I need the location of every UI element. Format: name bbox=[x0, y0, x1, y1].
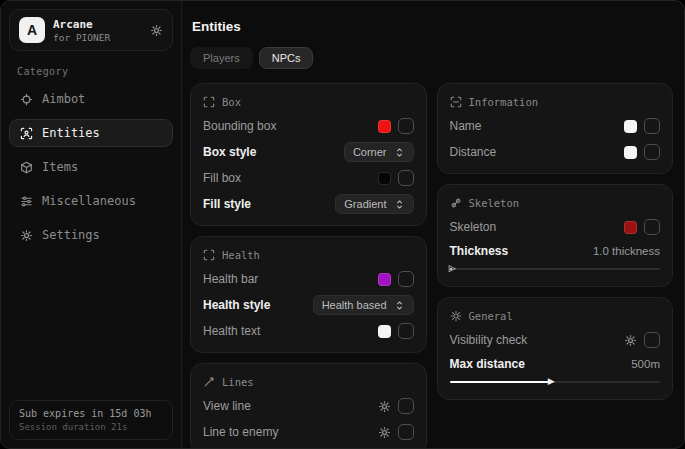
slider-track[interactable] bbox=[450, 268, 661, 270]
color-swatch[interactable] bbox=[624, 120, 637, 133]
gear-icon[interactable] bbox=[624, 334, 637, 347]
card-information: InformationNameDistance bbox=[437, 83, 674, 174]
setting-row: Skeleton bbox=[450, 214, 661, 240]
setting-row: Line to enemy bbox=[203, 419, 414, 445]
sidebar-item-entities[interactable]: Entities bbox=[9, 119, 173, 147]
setting-row: Max distance500m bbox=[450, 353, 661, 375]
card-general: GeneralVisibility checkMax distance500m▶ bbox=[437, 297, 674, 400]
setting-controls: Health based bbox=[313, 295, 414, 315]
color-swatch[interactable] bbox=[624, 221, 637, 234]
card-header: Health bbox=[203, 249, 414, 261]
checkbox[interactable] bbox=[644, 332, 660, 348]
color-swatch[interactable] bbox=[378, 273, 391, 286]
slider-value: 500m bbox=[631, 358, 660, 370]
gear-icon[interactable] bbox=[378, 400, 391, 413]
setting-label: Visibility check bbox=[450, 333, 528, 347]
setting-row: Health text bbox=[203, 318, 414, 344]
unfold-icon bbox=[394, 300, 405, 311]
setting-label: Thickness bbox=[450, 244, 509, 258]
checkbox[interactable] bbox=[398, 118, 414, 134]
color-swatch[interactable] bbox=[378, 172, 391, 185]
tab-npcs[interactable]: NPCs bbox=[259, 47, 314, 69]
category-label: Category bbox=[17, 66, 165, 77]
sidebar-item-miscellaneous[interactable]: Miscellaneous bbox=[9, 187, 173, 215]
setting-label: Health bar bbox=[203, 272, 258, 286]
slider-thickness[interactable]: ▷ bbox=[450, 264, 661, 274]
slider-value: 1.0 thickness bbox=[593, 245, 660, 257]
entities-icon bbox=[19, 127, 33, 140]
cards-area: BoxBounding boxBox styleCornerFill boxFi… bbox=[190, 83, 673, 448]
dropdown-value: Gradient bbox=[344, 198, 386, 210]
setting-label: Fill box bbox=[203, 171, 241, 185]
card-title: Health bbox=[222, 249, 260, 261]
setting-row: Name bbox=[450, 113, 661, 139]
checkbox[interactable] bbox=[398, 398, 414, 414]
checkbox[interactable] bbox=[644, 219, 660, 235]
dropdown-fill-style[interactable]: Gradient bbox=[335, 194, 413, 214]
color-swatch[interactable] bbox=[378, 325, 391, 338]
color-swatch[interactable] bbox=[624, 146, 637, 159]
card-title: Skeleton bbox=[469, 197, 520, 209]
slider-handle[interactable]: ▶ bbox=[548, 377, 555, 386]
color-swatch[interactable] bbox=[378, 120, 391, 133]
package-icon bbox=[19, 161, 33, 174]
line-icon bbox=[203, 376, 215, 388]
bone-icon bbox=[450, 197, 462, 209]
dropdown-health-style[interactable]: Health based bbox=[313, 295, 414, 315]
card-header: Lines bbox=[203, 376, 414, 388]
slider-handle[interactable]: ▷ bbox=[449, 264, 456, 273]
sidebar: A Arcane for PIONER Category AimbotEntit… bbox=[1, 1, 182, 448]
setting-row: Box styleCorner bbox=[203, 139, 414, 165]
sidebar-item-label: Miscellaneous bbox=[42, 194, 136, 208]
card-skeleton: SkeletonSkeletonThickness1.0 thickness▷ bbox=[437, 184, 674, 287]
setting-controls bbox=[378, 170, 414, 186]
card-header: Skeleton bbox=[450, 197, 661, 209]
scan-icon bbox=[450, 96, 462, 108]
gear-icon[interactable] bbox=[150, 24, 163, 37]
corners-icon bbox=[203, 96, 215, 108]
sidebar-item-label: Entities bbox=[42, 126, 100, 140]
checkbox[interactable] bbox=[398, 170, 414, 186]
unfold-icon bbox=[394, 147, 405, 158]
checkbox[interactable] bbox=[644, 118, 660, 134]
main-panel: Entities PlayersNPCs BoxBounding boxBox … bbox=[182, 1, 684, 448]
setting-row: Health bar bbox=[203, 266, 414, 292]
setting-row: Visibility check bbox=[450, 327, 661, 353]
sidebar-item-settings[interactable]: Settings bbox=[9, 221, 173, 249]
brand-subtitle: for PIONER bbox=[53, 32, 110, 43]
subscription-info-box: Sub expires in 15d 03h Session duration … bbox=[9, 400, 173, 440]
corners-icon bbox=[203, 249, 215, 261]
checkbox[interactable] bbox=[398, 424, 414, 440]
dropdown-value: Health based bbox=[322, 299, 387, 311]
setting-label: Name bbox=[450, 119, 482, 133]
setting-controls bbox=[624, 144, 660, 160]
sidebar-item-label: Items bbox=[42, 160, 78, 174]
session-duration-text: Session duration 21s bbox=[19, 422, 163, 432]
checkbox[interactable] bbox=[398, 271, 414, 287]
setting-label: Skeleton bbox=[450, 220, 497, 234]
setting-label: Max distance bbox=[450, 357, 525, 371]
setting-row: Fill box bbox=[203, 165, 414, 191]
checkbox[interactable] bbox=[398, 323, 414, 339]
sidebar-item-items[interactable]: Items bbox=[9, 153, 173, 181]
brand-name: Arcane bbox=[53, 18, 110, 31]
card-box: BoxBounding boxBox styleCornerFill boxFi… bbox=[190, 83, 427, 226]
setting-controls bbox=[378, 118, 414, 134]
sidebar-item-aimbot[interactable]: Aimbot bbox=[9, 85, 173, 113]
checkbox[interactable] bbox=[644, 144, 660, 160]
gear-icon[interactable] bbox=[378, 426, 391, 439]
dropdown-box-style[interactable]: Corner bbox=[344, 142, 414, 162]
setting-row: View line bbox=[203, 393, 414, 419]
slider-max-distance[interactable]: ▶ bbox=[450, 377, 661, 387]
card-title: Information bbox=[469, 96, 539, 108]
setting-label: Box style bbox=[203, 145, 256, 159]
setting-row: Distance bbox=[450, 139, 661, 165]
right-column: InformationNameDistanceSkeletonSkeletonT… bbox=[437, 83, 674, 400]
setting-controls bbox=[624, 332, 660, 348]
unfold-icon bbox=[394, 199, 405, 210]
setting-controls bbox=[378, 424, 414, 440]
dropdown-value: Corner bbox=[353, 146, 387, 158]
tab-players[interactable]: Players bbox=[190, 47, 253, 69]
gear-icon bbox=[19, 229, 33, 242]
card-lines: LinesView lineLine to enemy bbox=[190, 363, 427, 448]
